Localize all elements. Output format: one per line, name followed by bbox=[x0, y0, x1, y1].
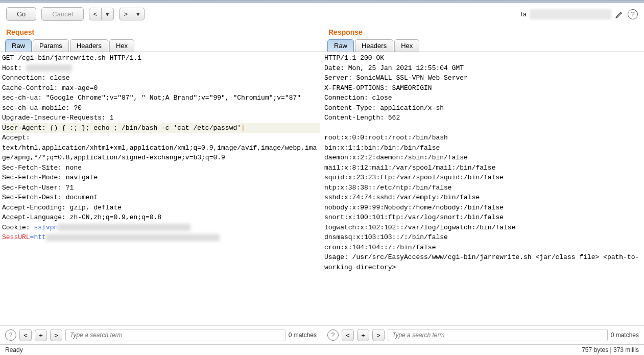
request-matches: 0 matches bbox=[289, 332, 317, 339]
response-search-next[interactable]: > bbox=[372, 329, 385, 341]
cancel-button[interactable]: Cancel bbox=[41, 7, 83, 21]
response-tabs: Raw Headers Hex bbox=[322, 39, 644, 52]
tab-headers-resp[interactable]: Headers bbox=[355, 39, 393, 52]
response-content[interactable]: HTTP/1.1 200 OKDate: Mon, 25 Jan 2021 12… bbox=[322, 52, 644, 325]
nav-next-group: > ▾ bbox=[119, 8, 145, 20]
response-search-bar: ? < + > 0 matches bbox=[322, 325, 644, 344]
request-search-prev[interactable]: < bbox=[19, 329, 32, 341]
status-right: 757 bytes | 373 millis bbox=[582, 346, 639, 353]
status-left: Ready bbox=[5, 346, 23, 353]
tab-headers[interactable]: Headers bbox=[70, 39, 108, 52]
prev-button[interactable]: < bbox=[89, 8, 102, 20]
request-search-next[interactable]: > bbox=[50, 329, 62, 341]
response-search-add[interactable]: + bbox=[357, 329, 369, 341]
tab-hex[interactable]: Hex bbox=[109, 39, 134, 52]
request-search-add[interactable]: + bbox=[35, 329, 47, 341]
response-search-prev[interactable]: < bbox=[342, 329, 354, 341]
response-panel: Response Raw Headers Hex HTTP/1.1 200 OK… bbox=[322, 25, 644, 344]
tab-hex-resp[interactable]: Hex bbox=[394, 39, 419, 52]
target-label: Ta bbox=[519, 10, 527, 18]
prev-dropdown[interactable]: ▾ bbox=[102, 8, 114, 20]
request-search-help-icon[interactable]: ? bbox=[5, 329, 16, 341]
request-tabs: Raw Params Headers Hex bbox=[0, 39, 322, 52]
target-row: Ta ? bbox=[519, 9, 638, 19]
request-title: Request bbox=[0, 25, 322, 39]
response-matches: 0 matches bbox=[611, 332, 639, 339]
request-content[interactable]: GET /cgi-bin/jarrewrite.sh HTTP/1.1Host:… bbox=[0, 52, 322, 325]
next-dropdown[interactable]: ▾ bbox=[132, 8, 145, 20]
go-button[interactable]: Go bbox=[6, 7, 36, 21]
response-title: Response bbox=[322, 25, 644, 39]
edit-icon[interactable] bbox=[614, 9, 625, 19]
target-value-redacted bbox=[530, 9, 611, 19]
request-search-bar: ? < + > 0 matches bbox=[0, 325, 322, 344]
response-search-input[interactable] bbox=[388, 329, 608, 341]
status-bar: Ready 757 bytes | 373 millis bbox=[0, 344, 644, 355]
nav-prev-group: < ▾ bbox=[89, 8, 114, 20]
tab-params[interactable]: Params bbox=[33, 39, 69, 52]
help-icon[interactable]: ? bbox=[628, 9, 638, 19]
tab-raw[interactable]: Raw bbox=[5, 39, 32, 52]
tab-raw-resp[interactable]: Raw bbox=[327, 39, 354, 52]
request-panel: Request Raw Params Headers Hex GET /cgi-… bbox=[0, 25, 322, 344]
toolbar: Go Cancel < ▾ > ▾ Ta ? bbox=[0, 3, 644, 25]
main-split: Request Raw Params Headers Hex GET /cgi-… bbox=[0, 25, 644, 344]
response-search-help-icon[interactable]: ? bbox=[327, 329, 339, 341]
next-button[interactable]: > bbox=[119, 8, 132, 20]
request-search-input[interactable] bbox=[65, 329, 285, 341]
